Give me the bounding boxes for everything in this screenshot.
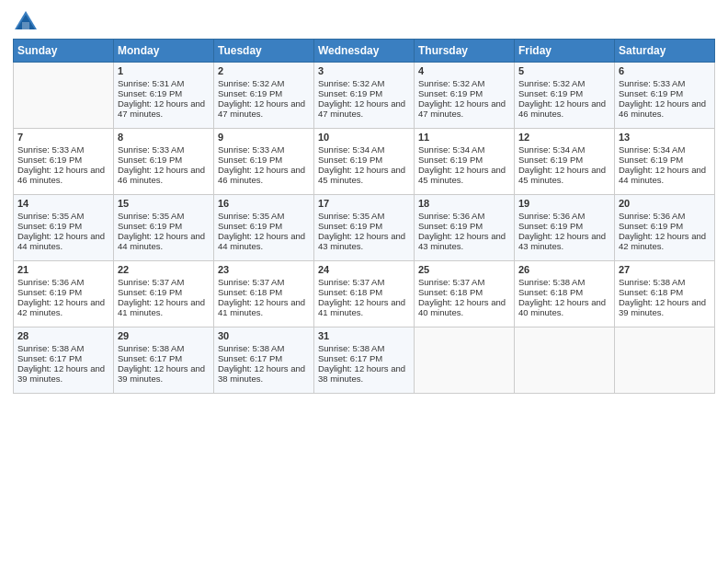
sunrise-text: Sunrise: 5:37 AM <box>318 277 410 287</box>
sunset-text: Sunset: 6:18 PM <box>619 287 711 297</box>
calendar-cell: 2Sunrise: 5:32 AMSunset: 6:19 PMDaylight… <box>214 63 314 129</box>
day-header-wednesday: Wednesday <box>314 40 415 63</box>
day-number: 7 <box>17 132 109 143</box>
calendar-cell: 1Sunrise: 5:31 AMSunset: 6:19 PMDaylight… <box>114 63 214 129</box>
calendar-cell: 27Sunrise: 5:38 AMSunset: 6:18 PMDayligh… <box>615 261 715 327</box>
day-number: 4 <box>418 65 510 76</box>
sunrise-text: Sunrise: 5:32 AM <box>218 78 310 88</box>
calendar-cell: 25Sunrise: 5:37 AMSunset: 6:18 PMDayligh… <box>415 261 515 327</box>
day-number: 29 <box>118 330 210 341</box>
sunset-text: Sunset: 6:19 PM <box>118 155 210 165</box>
sunset-text: Sunset: 6:18 PM <box>218 287 310 297</box>
calendar-cell <box>14 63 114 129</box>
sunset-text: Sunset: 6:19 PM <box>518 88 610 98</box>
sunset-text: Sunset: 6:19 PM <box>17 221 109 231</box>
day-number: 10 <box>318 132 410 143</box>
calendar-cell: 18Sunrise: 5:36 AMSunset: 6:19 PMDayligh… <box>415 195 515 261</box>
sunrise-text: Sunrise: 5:33 AM <box>619 78 711 88</box>
day-number: 12 <box>518 132 610 143</box>
sunrise-text: Sunrise: 5:35 AM <box>318 211 410 221</box>
logo-icon <box>13 9 39 35</box>
calendar-cell: 13Sunrise: 5:34 AMSunset: 6:19 PMDayligh… <box>615 129 715 195</box>
daylight-text: Daylight: 12 hours and 44 minutes. <box>619 165 711 185</box>
day-number: 30 <box>218 330 310 341</box>
daylight-text: Daylight: 12 hours and 45 minutes. <box>418 165 510 185</box>
daylight-text: Daylight: 12 hours and 38 minutes. <box>218 363 310 384</box>
sunset-text: Sunset: 6:17 PM <box>17 353 109 363</box>
sunrise-text: Sunrise: 5:38 AM <box>518 277 610 287</box>
day-number: 16 <box>218 198 310 209</box>
sunrise-text: Sunrise: 5:38 AM <box>118 343 210 353</box>
day-number: 19 <box>518 198 610 209</box>
calendar-cell: 19Sunrise: 5:36 AMSunset: 6:19 PMDayligh… <box>515 195 615 261</box>
sunset-text: Sunset: 6:19 PM <box>518 155 610 165</box>
sunrise-text: Sunrise: 5:34 AM <box>418 144 510 155</box>
sunrise-text: Sunrise: 5:33 AM <box>17 144 109 155</box>
daylight-text: Daylight: 12 hours and 46 minutes. <box>17 165 109 185</box>
calendar-cell <box>415 327 515 394</box>
daylight-text: Daylight: 12 hours and 42 minutes. <box>17 297 109 317</box>
day-number: 21 <box>17 264 109 275</box>
sunset-text: Sunset: 6:18 PM <box>518 287 610 297</box>
sunrise-text: Sunrise: 5:38 AM <box>318 343 410 353</box>
day-header-tuesday: Tuesday <box>214 40 314 63</box>
daylight-text: Daylight: 12 hours and 40 minutes. <box>518 297 610 317</box>
sunrise-text: Sunrise: 5:33 AM <box>218 144 310 155</box>
day-number: 1 <box>118 65 210 76</box>
day-number: 3 <box>318 65 410 76</box>
week-row-4: 21Sunrise: 5:36 AMSunset: 6:19 PMDayligh… <box>14 261 715 327</box>
sunrise-text: Sunrise: 5:37 AM <box>218 277 310 287</box>
sunset-text: Sunset: 6:19 PM <box>118 287 210 297</box>
calendar-cell: 11Sunrise: 5:34 AMSunset: 6:19 PMDayligh… <box>415 129 515 195</box>
calendar-cell: 5Sunrise: 5:32 AMSunset: 6:19 PMDaylight… <box>515 63 615 129</box>
calendar-cell: 14Sunrise: 5:35 AMSunset: 6:19 PMDayligh… <box>14 195 114 261</box>
day-number: 13 <box>619 132 711 143</box>
sunset-text: Sunset: 6:19 PM <box>318 155 410 165</box>
day-number: 8 <box>118 132 210 143</box>
day-number: 11 <box>418 132 510 143</box>
calendar-cell: 30Sunrise: 5:38 AMSunset: 6:17 PMDayligh… <box>214 327 314 394</box>
daylight-text: Daylight: 12 hours and 45 minutes. <box>318 165 410 185</box>
sunrise-text: Sunrise: 5:33 AM <box>118 144 210 155</box>
sunset-text: Sunset: 6:19 PM <box>619 88 711 98</box>
day-number: 28 <box>17 330 109 341</box>
daylight-text: Daylight: 12 hours and 46 minutes. <box>118 165 210 185</box>
sunset-text: Sunset: 6:19 PM <box>318 88 410 98</box>
sunset-text: Sunset: 6:17 PM <box>118 353 210 363</box>
day-header-thursday: Thursday <box>415 40 515 63</box>
day-number: 25 <box>418 264 510 275</box>
sunset-text: Sunset: 6:18 PM <box>318 287 410 297</box>
day-header-friday: Friday <box>515 40 615 63</box>
day-number: 14 <box>17 198 109 209</box>
sunset-text: Sunset: 6:19 PM <box>218 88 310 98</box>
calendar-page: SundayMondayTuesdayWednesdayThursdayFrid… <box>0 0 728 563</box>
sunrise-text: Sunrise: 5:32 AM <box>518 78 610 88</box>
daylight-text: Daylight: 12 hours and 47 minutes. <box>218 98 310 119</box>
sunrise-text: Sunrise: 5:36 AM <box>518 211 610 221</box>
daylight-text: Daylight: 12 hours and 47 minutes. <box>118 98 210 119</box>
calendar-cell: 16Sunrise: 5:35 AMSunset: 6:19 PMDayligh… <box>214 195 314 261</box>
calendar-cell: 15Sunrise: 5:35 AMSunset: 6:19 PMDayligh… <box>114 195 214 261</box>
sunset-text: Sunset: 6:19 PM <box>518 221 610 231</box>
sunrise-text: Sunrise: 5:36 AM <box>418 211 510 221</box>
sunset-text: Sunset: 6:19 PM <box>619 155 711 165</box>
day-number: 31 <box>318 330 410 341</box>
calendar-cell: 22Sunrise: 5:37 AMSunset: 6:19 PMDayligh… <box>114 261 214 327</box>
sunset-text: Sunset: 6:19 PM <box>218 155 310 165</box>
sunset-text: Sunset: 6:19 PM <box>418 221 510 231</box>
daylight-text: Daylight: 12 hours and 39 minutes. <box>17 363 109 384</box>
sunset-text: Sunset: 6:17 PM <box>318 353 410 363</box>
sunset-text: Sunset: 6:17 PM <box>218 353 310 363</box>
calendar-cell: 29Sunrise: 5:38 AMSunset: 6:17 PMDayligh… <box>114 327 214 394</box>
day-header-sunday: Sunday <box>14 40 114 63</box>
sunset-text: Sunset: 6:19 PM <box>118 88 210 98</box>
day-number: 26 <box>518 264 610 275</box>
sunrise-text: Sunrise: 5:38 AM <box>619 277 711 287</box>
calendar-cell: 17Sunrise: 5:35 AMSunset: 6:19 PMDayligh… <box>314 195 415 261</box>
day-header-monday: Monday <box>114 40 214 63</box>
daylight-text: Daylight: 12 hours and 41 minutes. <box>318 297 410 317</box>
daylight-text: Daylight: 12 hours and 44 minutes. <box>118 231 210 251</box>
header <box>13 9 715 35</box>
sunrise-text: Sunrise: 5:37 AM <box>118 277 210 287</box>
daylight-text: Daylight: 12 hours and 46 minutes. <box>518 98 610 119</box>
